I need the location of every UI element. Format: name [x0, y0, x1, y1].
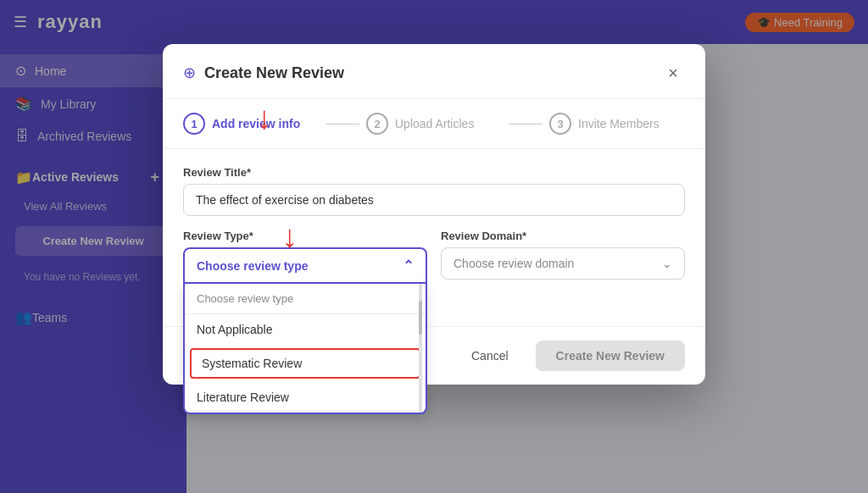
- step-2: 2 Upload Articles: [366, 113, 502, 135]
- form-row-type-domain: Review Type* Choose review type ⌃ Choose…: [183, 230, 685, 284]
- modal-close-button[interactable]: ×: [661, 61, 685, 85]
- step-divider-1: [326, 124, 359, 125]
- step-1-label[interactable]: Add review info: [212, 117, 300, 130]
- cancel-button[interactable]: Cancel: [454, 341, 526, 371]
- review-title-input[interactable]: [183, 184, 685, 216]
- review-type-trigger[interactable]: Choose review type ⌃: [183, 247, 427, 284]
- step-2-number: 2: [366, 113, 388, 135]
- create-review-modal: ⊕ Create New Review × 1 Add review info …: [163, 44, 705, 385]
- review-domain-label: Review Domain*: [441, 230, 685, 242]
- dropdown-item-literature-review[interactable]: Literature Review: [185, 382, 426, 413]
- modal-body: ↓ Review Title* Review Type* Choose revi…: [163, 149, 705, 326]
- create-review-button[interactable]: Create New Review: [536, 341, 685, 371]
- step-divider-2: [509, 124, 542, 125]
- review-type-label: Review Type*: [183, 230, 427, 242]
- review-type-dropdown: Choose review type Not Applicable System…: [183, 284, 427, 414]
- step-2-label[interactable]: Upload Articles: [395, 117, 474, 130]
- review-domain-col: Review Domain* Choose review domain ⌄: [441, 230, 685, 284]
- review-type-value: Choose review type: [197, 259, 309, 273]
- chevron-up-icon: ⌃: [403, 258, 414, 274]
- modal-title: Create New Review: [204, 64, 661, 82]
- review-domain-select[interactable]: Choose review domain ⌄: [441, 247, 685, 280]
- dropdown-item-systematic-review[interactable]: Systematic Review: [190, 348, 420, 379]
- stepper: 1 Add review info 2 Upload Articles 3 In…: [163, 99, 705, 149]
- review-title-label: Review Title*: [183, 166, 685, 179]
- dropdown-scrollbar: [419, 284, 422, 413]
- dropdown-header: Choose review type: [185, 284, 426, 314]
- dropdown-item-not-applicable[interactable]: Not Applicable: [185, 314, 426, 345]
- modal-header: ⊕ Create New Review ×: [163, 44, 705, 99]
- review-type-select[interactable]: Choose review type ⌃ Choose review type …: [183, 247, 427, 284]
- step-3-label[interactable]: Invite Members: [578, 117, 659, 130]
- scrollbar-thumb: [419, 301, 422, 335]
- step-3: 3 Invite Members: [549, 113, 685, 135]
- modal-title-icon: ⊕: [183, 64, 196, 82]
- step-1: 1 Add review info: [183, 113, 319, 135]
- review-domain-placeholder: Choose review domain: [453, 257, 574, 270]
- chevron-down-icon: ⌄: [662, 257, 672, 270]
- step-3-number: 3: [549, 113, 571, 135]
- review-type-col: Review Type* Choose review type ⌃ Choose…: [183, 230, 427, 284]
- step-1-number: 1: [183, 113, 205, 135]
